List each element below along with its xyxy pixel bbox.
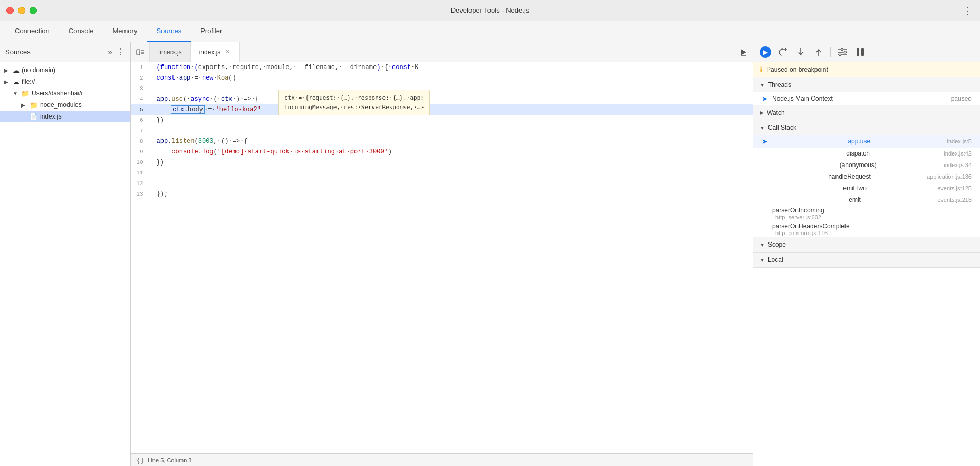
- sidebar: Sources » ⋮ ▶ ☁ (no domain) ▶ ☁ file:// …: [0, 42, 131, 466]
- line-content: (function·(exports,·require,·module,·__f…: [150, 62, 753, 73]
- code-line-2: 2 const·app·=·new·Koa(): [131, 73, 753, 83]
- tree-item-no-domain[interactable]: ▶ ☁ (no domain): [0, 64, 130, 76]
- line-content: }): [150, 115, 753, 125]
- tree-item-file[interactable]: ▶ ☁ file://: [0, 76, 130, 88]
- thread-node-main[interactable]: ➤ Node.js Main Context paused: [753, 92, 980, 105]
- toggle-sidebar-button[interactable]: [131, 42, 150, 62]
- tab-label: index.js: [199, 48, 221, 56]
- tab-label: timers.js: [158, 48, 182, 56]
- close-button[interactable]: [6, 7, 14, 14]
- svg-marker-4: [741, 49, 746, 55]
- watch-title: Watch: [767, 109, 785, 116]
- tab-memory[interactable]: Memory: [103, 21, 147, 42]
- callstack-item-emit[interactable]: emit events.js:213: [753, 194, 980, 206]
- scope-title: Scope: [768, 241, 786, 248]
- local-section: ▼ Local: [753, 253, 980, 268]
- tab-index-js[interactable]: index.js ✕: [191, 42, 241, 62]
- code-container[interactable]: 1 (function·(exports,·require,·module,·_…: [131, 62, 753, 453]
- tree-item-users[interactable]: ▼ 📁 Users/dashenhai/i: [0, 88, 130, 99]
- maximize-button[interactable]: [30, 7, 37, 14]
- callstack-item-anonymous[interactable]: (anonymous) index.js:34: [753, 159, 980, 171]
- step-over-button[interactable]: [776, 46, 789, 59]
- editor-area: timers.js index.js ✕ 1 (f: [131, 42, 753, 466]
- sidebar-expand-icon[interactable]: »: [108, 47, 112, 57]
- watch-section-header[interactable]: ▶ Watch: [753, 105, 980, 120]
- callstack-header[interactable]: ▼ Call Stack: [753, 120, 980, 135]
- editor-toolbar: timers.js index.js ✕: [131, 42, 753, 62]
- local-header[interactable]: ▼ Local: [753, 253, 980, 267]
- threads-header[interactable]: ▼ Threads: [753, 77, 980, 92]
- line-number: 12: [131, 178, 150, 189]
- statusbar-position: Line 5, Column 3: [148, 457, 191, 463]
- threads-arrow-icon: ▼: [760, 82, 765, 88]
- code-line-13: 13 });: [131, 189, 753, 199]
- tree-item-label: (no domain): [22, 66, 130, 74]
- tree-item-index-js[interactable]: ▶ 📄 index.js: [0, 111, 130, 122]
- minimize-button[interactable]: [18, 7, 25, 14]
- line-number: 11: [131, 168, 150, 178]
- code-line-6: 6 }): [131, 115, 753, 125]
- tree-item-label: file://: [22, 78, 130, 85]
- line-number: 10: [131, 157, 150, 168]
- callstack-fn-name: dispatch: [846, 150, 870, 157]
- step-out-button[interactable]: [812, 46, 825, 59]
- callstack-item-emit-two[interactable]: emitTwo events.js:125: [753, 182, 980, 194]
- tree-item-node-modules[interactable]: ▶ 📁 node_modules: [0, 99, 130, 111]
- editor-tabs: timers.js index.js ✕: [150, 42, 734, 62]
- line-content: [150, 168, 753, 178]
- arrow-icon: ▶: [4, 67, 13, 73]
- callstack-file-ref: index.js:5: [947, 138, 972, 144]
- svg-rect-19: [861, 48, 864, 56]
- tree-item-label: Users/dashenhai/i: [32, 90, 130, 97]
- tab-console[interactable]: Console: [59, 21, 103, 42]
- line-content: app.use(·async·(·ctx·)·=>·{: [150, 94, 753, 104]
- code-line-1: 1 (function·(exports,·require,·module,·_…: [131, 62, 753, 73]
- line-number: 3: [131, 83, 150, 94]
- tab-connection[interactable]: Connection: [5, 21, 59, 42]
- main-content: Sources » ⋮ ▶ ☁ (no domain) ▶ ☁ file:// …: [0, 42, 980, 466]
- debug-toolbar: ▶: [753, 42, 980, 62]
- arrow-icon: ▶: [21, 102, 30, 108]
- svg-rect-0: [137, 50, 140, 55]
- code-line-3: 3: [131, 83, 753, 94]
- callstack-fn-name: app.use: [848, 138, 870, 145]
- line-number: 2: [131, 73, 150, 83]
- callstack-item-parser-headers[interactable]: parserOnHeadersComplete _http_common.js:…: [753, 221, 980, 237]
- callstack-arrow-icon: ▼: [760, 125, 765, 131]
- code-line-12: 12: [131, 178, 753, 189]
- line-number: 7: [131, 125, 150, 136]
- callstack-file-ref: index.js:34: [944, 162, 972, 168]
- run-script-button[interactable]: [734, 42, 753, 62]
- pause-button[interactable]: [854, 46, 867, 59]
- callstack-item-parser-incoming[interactable]: parserOnIncoming _http_server.js:602: [753, 206, 980, 221]
- tooltip-line1: ctx·=·{request:·{…},·response:·{…},·app:: [284, 93, 424, 103]
- callstack-item-dispatch[interactable]: dispatch index.js:42: [753, 148, 980, 159]
- folder-icon: 📁: [21, 90, 30, 98]
- callstack-active-icon: ➤: [762, 137, 768, 145]
- step-into-button[interactable]: [794, 46, 807, 59]
- sidebar-more-icon[interactable]: ⋮: [117, 47, 125, 57]
- sidebar-title: Sources: [5, 48, 108, 56]
- tree-item-label: index.js: [40, 113, 130, 120]
- titlebar: Developer Tools - Node.js ⋮: [0, 0, 980, 21]
- svg-point-17: [839, 54, 841, 56]
- close-tab-button[interactable]: ✕: [224, 48, 231, 56]
- scope-arrow-icon: ▼: [760, 242, 765, 248]
- edit-breakpoints-button[interactable]: [836, 46, 849, 59]
- callstack-fn-name: parserOnIncoming: [772, 207, 824, 214]
- callstack-item-handle-request[interactable]: handleRequest application.js:136: [753, 171, 980, 182]
- statusbar-braces: { }: [137, 456, 143, 464]
- more-options-button[interactable]: ⋮: [963, 5, 973, 16]
- tab-timers-js[interactable]: timers.js: [150, 42, 191, 62]
- traffic-lights: [6, 7, 37, 14]
- line-number: 8: [131, 136, 150, 147]
- svg-rect-18: [857, 48, 859, 56]
- callstack-file-ref: application.js:136: [927, 173, 972, 180]
- scope-header[interactable]: ▼ Scope: [753, 237, 980, 252]
- tab-sources[interactable]: Sources: [147, 21, 191, 42]
- tooltip-line2: IncomingMessage,·res:·ServerResponse,·…}: [284, 103, 424, 112]
- thread-active-icon: ➤: [762, 94, 768, 103]
- callstack-item-app-use[interactable]: ➤ app.use index.js:5: [753, 135, 980, 148]
- resume-button[interactable]: ▶: [760, 46, 771, 58]
- tab-profiler[interactable]: Profiler: [191, 21, 232, 42]
